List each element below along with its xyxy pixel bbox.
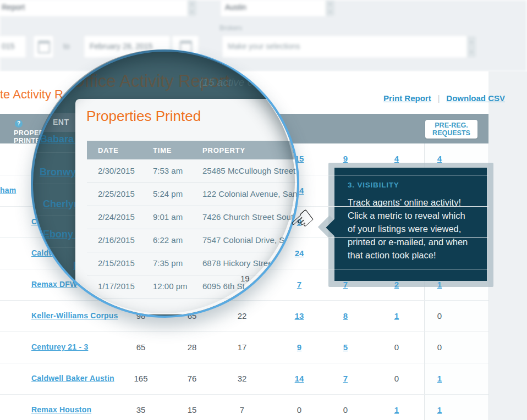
metric-value: 17 xyxy=(226,342,259,352)
metric-value: 76 xyxy=(175,374,208,383)
metric-value: 0 xyxy=(423,311,456,320)
metric-value: 0 xyxy=(423,342,456,352)
metric-value: 0 xyxy=(380,374,413,383)
metric-link[interactable]: 24 xyxy=(283,248,316,258)
metric-value: 15 xyxy=(175,405,208,415)
metric-link[interactable]: 7 xyxy=(329,280,362,289)
popup-property: 25485 McCullough Street La xyxy=(202,166,299,175)
metric-link[interactable]: 9 xyxy=(283,342,316,352)
metric-link[interactable]: 8 xyxy=(329,311,362,320)
table-row: Remax Houston351570011 xyxy=(0,394,488,420)
metric-link[interactable]: 7 xyxy=(283,280,316,289)
popup-date: 1/17/2015 xyxy=(98,281,135,291)
metric-link[interactable]: 1 xyxy=(380,405,413,415)
popup-property: 7547 Colonial Drive, Sa xyxy=(202,235,289,245)
metric-link[interactable]: 1 xyxy=(423,280,456,289)
popup-date: 2/24/2015 xyxy=(98,212,135,222)
underlying-table-value: 19 xyxy=(240,274,250,283)
popup-row: 2/30/20157:53 am25485 McCullough Street … xyxy=(87,159,299,183)
metric-value: 0 xyxy=(380,342,413,352)
table-row: Centurey 21 - 36528179500 xyxy=(0,331,488,363)
metric-value: 65 xyxy=(124,342,157,352)
metric-value: 22 xyxy=(226,311,259,320)
office-link[interactable]: ham xyxy=(0,186,25,195)
metric-link[interactable]: 7 xyxy=(329,374,362,383)
table-row: Caldwell Baker Austin165763214701 xyxy=(0,363,488,395)
popup-time: 7:35 pm xyxy=(153,258,183,268)
popup-time: 5:24 pm xyxy=(153,189,183,198)
table-row: Keller-Williams Corpus98652213810 xyxy=(0,300,488,332)
popup-time: 6:22 am xyxy=(153,235,183,245)
popup-date: 2/25/2015 xyxy=(98,189,135,198)
popup-property: 7426 Church Street South xyxy=(202,212,298,222)
popup-row: 2/25/20155:24 pm122 Colonial Avenue, San… xyxy=(87,183,299,206)
metric-value: 165 xyxy=(124,374,157,383)
metric-link[interactable]: 1 xyxy=(423,405,456,415)
metric-value: 28 xyxy=(175,342,208,352)
magnifier-circle: Office Activity Report (15 active c ENT … xyxy=(31,49,299,318)
popup-property: 6878 Hickory Stree xyxy=(202,258,273,268)
popup-property: 122 Colonial Avenue, San A xyxy=(202,189,299,198)
metric-link[interactable]: 4 xyxy=(380,154,413,163)
metric-value: 35 xyxy=(124,405,157,415)
popup-date: 2/16/2015 xyxy=(98,235,135,245)
popup-row: 2/16/20156:22 am7547 Colonial Drive, Sa xyxy=(87,229,299,252)
metric-value: 32 xyxy=(226,374,259,383)
metric-link[interactable]: 2 xyxy=(380,280,413,289)
metric-link[interactable]: 4 xyxy=(423,154,456,163)
popup-time: 7:53 am xyxy=(153,166,183,175)
page-margin xyxy=(488,71,527,420)
metric-link[interactable]: 13 xyxy=(283,311,316,320)
popup-row: 2/24/20159:01 am7426 Church Street South xyxy=(87,206,299,229)
metric-value: 0 xyxy=(283,405,316,415)
metric-link[interactable]: 1 xyxy=(423,374,456,383)
metric-link[interactable]: 14 xyxy=(283,374,316,383)
metric-value: 7 xyxy=(226,405,259,415)
metric-value: 0 xyxy=(329,405,362,415)
metric-link[interactable]: 5 xyxy=(329,342,362,352)
popup-date: 2/15/2015 xyxy=(98,258,135,268)
popup-property: 6095 6th St xyxy=(202,281,245,291)
popup-time: 9:01 am xyxy=(153,212,183,222)
metric-link[interactable]: 9 xyxy=(329,154,362,163)
metric-link[interactable]: 1 xyxy=(380,311,413,320)
popup-date: 2/30/2015 xyxy=(98,166,135,175)
popup-time: 12:00 pm xyxy=(153,281,188,291)
